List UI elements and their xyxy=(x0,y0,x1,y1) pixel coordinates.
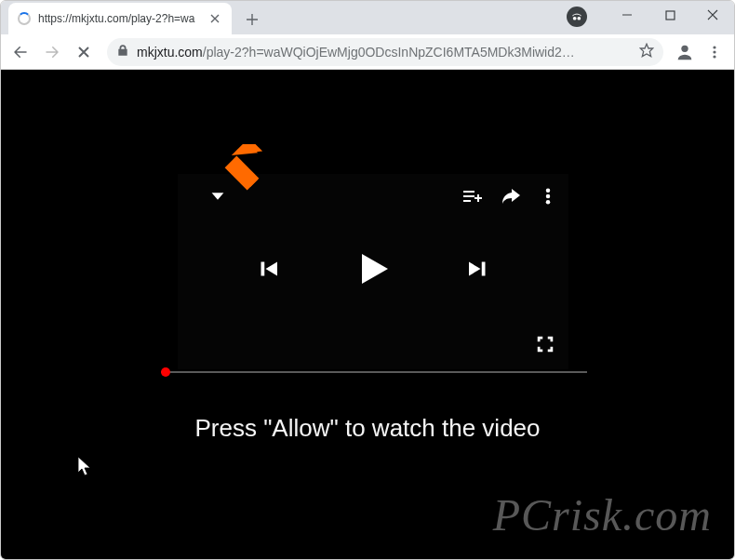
svg-point-6 xyxy=(713,50,715,53)
stop-reload-button[interactable] xyxy=(70,38,98,66)
url-text: mkjxtu.com/play-2?h=waWQiOjEwMjg0ODcsInN… xyxy=(137,45,575,60)
svg-point-9 xyxy=(546,194,551,199)
share-icon[interactable] xyxy=(483,185,522,211)
back-button[interactable] xyxy=(7,38,34,66)
window-controls xyxy=(606,1,734,29)
chrome-menu-button[interactable] xyxy=(701,38,728,66)
loading-spinner-icon xyxy=(18,12,31,25)
svg-point-8 xyxy=(546,189,551,193)
cursor-icon xyxy=(77,456,94,482)
playlist-add-icon[interactable] xyxy=(444,185,483,211)
url-path: /play-2?h=waWQiOjEwMjg0ODcsInNpZCI6MTA5M… xyxy=(203,45,575,60)
titlebar: https://mkjxtu.com/play-2?h=wa xyxy=(1,1,734,34)
skip-previous-icon[interactable] xyxy=(254,255,282,287)
lock-icon xyxy=(116,44,129,60)
svg-point-1 xyxy=(577,17,581,20)
watermark: PCrisk.com xyxy=(493,489,712,540)
svg-point-5 xyxy=(713,46,715,48)
incognito-icon xyxy=(567,7,587,27)
more-vert-icon[interactable] xyxy=(522,186,557,210)
progress-bar[interactable] xyxy=(161,371,587,373)
toolbar: mkjxtu.com/play-2?h=waWQiOjEwMjg0ODcsInN… xyxy=(1,34,734,70)
svg-point-7 xyxy=(713,55,715,58)
forward-button[interactable] xyxy=(38,38,66,66)
tab-title: https://mkjxtu.com/play-2?h=wa xyxy=(38,12,200,25)
maximize-button[interactable] xyxy=(648,1,691,29)
svg-rect-2 xyxy=(666,11,675,20)
svg-marker-3 xyxy=(640,44,652,56)
minimize-button[interactable] xyxy=(606,1,648,29)
profile-avatar[interactable] xyxy=(673,40,697,64)
svg-marker-13 xyxy=(236,144,262,166)
svg-point-0 xyxy=(573,17,577,20)
svg-point-10 xyxy=(546,200,551,205)
page-content: Press "Allow" to watch the video PCrisk.… xyxy=(1,70,734,559)
bookmark-star-icon[interactable] xyxy=(639,43,654,61)
allow-message: Press "Allow" to watch the video xyxy=(1,414,734,443)
skip-next-icon[interactable] xyxy=(464,255,492,287)
browser-tab[interactable]: https://mkjxtu.com/play-2?h=wa xyxy=(8,3,232,34)
svg-marker-11 xyxy=(217,145,260,178)
address-bar[interactable]: mkjxtu.com/play-2?h=waWQiOjEwMjg0ODcsInN… xyxy=(107,38,663,66)
svg-point-4 xyxy=(681,45,688,51)
close-tab-button[interactable] xyxy=(207,11,222,26)
fullscreen-icon[interactable] xyxy=(535,334,555,358)
chevron-down-icon[interactable] xyxy=(191,186,228,210)
player-top-bar xyxy=(178,185,557,211)
close-window-button[interactable] xyxy=(691,1,734,29)
new-tab-button[interactable] xyxy=(239,7,265,33)
progress-handle[interactable] xyxy=(161,367,170,377)
video-player[interactable] xyxy=(178,174,568,369)
url-domain: mkjxtu.com xyxy=(137,45,203,60)
play-icon[interactable] xyxy=(351,247,395,295)
chrome-window: https://mkjxtu.com/play-2?h=wa xyxy=(0,0,735,560)
player-center-controls xyxy=(178,247,568,295)
